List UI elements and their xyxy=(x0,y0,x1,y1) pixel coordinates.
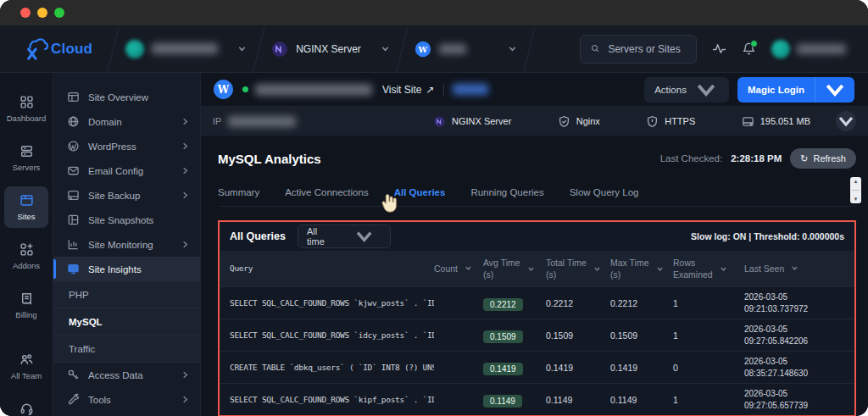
ip-value-blurred xyxy=(228,116,296,127)
tab-summary[interactable]: Summary xyxy=(218,187,259,197)
sidebar-item-addons[interactable]: Addons xyxy=(4,236,48,277)
rows-examined-value: 1 xyxy=(673,298,744,308)
menu-item-access-data[interactable]: Access Data xyxy=(53,363,200,387)
menu-item-wordpress[interactable]: WordPress xyxy=(53,134,200,158)
sort-chevron-icon[interactable] xyxy=(593,265,601,273)
search-input[interactable] xyxy=(606,42,686,56)
bell-icon[interactable] xyxy=(742,42,756,56)
magic-login-button[interactable]: Magic Login xyxy=(737,77,854,103)
tools-icon xyxy=(67,393,80,406)
column-label: Count xyxy=(434,263,458,275)
magic-login-chevron[interactable] xyxy=(815,77,854,103)
max-time-value: 0.1149 xyxy=(610,395,673,405)
xcloud-logo[interactable]: Cloud xyxy=(0,38,113,60)
refresh-label: Refresh xyxy=(813,153,846,164)
chevron-down-icon xyxy=(381,44,390,53)
info-item-nginx: Nginx xyxy=(558,115,600,128)
sidebar-item-all-team[interactable]: All Team xyxy=(4,346,48,387)
sort-chevron-icon[interactable] xyxy=(465,264,472,272)
chevron-right-icon xyxy=(181,370,190,380)
total-time-value: 0.1509 xyxy=(546,330,610,341)
column-header-count[interactable]: Count xyxy=(434,263,483,275)
ip-label: IP xyxy=(213,116,221,126)
activity-icon[interactable] xyxy=(712,42,726,56)
column-header-total-time[interactable]: Total Time (s) xyxy=(546,257,610,280)
wordpress-icon: W xyxy=(415,41,431,58)
visit-site-link[interactable]: Visit Site ↗ xyxy=(382,84,435,96)
actions-button[interactable]: Actions xyxy=(644,77,729,103)
info-item-label: 195.051 MB xyxy=(760,116,810,126)
menu-item-traffic[interactable]: Traffic xyxy=(53,336,200,363)
shield-icon xyxy=(646,115,659,128)
site-online-dot xyxy=(242,86,248,92)
query-table-row[interactable]: SELECT SQL_CALC_FOUND_ROWS `kjwv_posts` … xyxy=(220,286,854,319)
menu-item-label: MySQL xyxy=(69,317,103,327)
column-header-rows[interactable]: Rows Examined xyxy=(673,257,744,280)
query-table-row[interactable]: SELECT SQL_CALC_FOUND_ROWS `idcy_posts` … xyxy=(220,319,854,351)
tab-all-queries[interactable]: All Queries xyxy=(394,187,446,197)
zoom-window-button[interactable] xyxy=(54,8,64,18)
query-table-row[interactable]: SELECT SQL_CALC_FOUND_ROWS `kipf_posts` … xyxy=(220,383,854,415)
actions-label: Actions xyxy=(654,85,687,95)
user-menu[interactable] xyxy=(771,40,846,58)
refresh-button[interactable]: ↻ Refresh xyxy=(790,148,856,169)
chevron-down-icon xyxy=(237,44,247,53)
column-header-avg-time[interactable]: Avg Time (s) xyxy=(483,257,546,280)
info-item-label: HTTPS xyxy=(665,116,695,126)
analytics-tabs: SummaryActive ConnectionsAll QueriesRunn… xyxy=(218,187,856,207)
sidebar-item-support[interactable]: Support xyxy=(4,395,48,416)
menu-item-email-config[interactable]: Email Config xyxy=(53,158,200,183)
workspace-selector[interactable] xyxy=(114,25,259,72)
sort-chevron-icon[interactable] xyxy=(527,265,535,273)
info-item-nginx-server: NGINX Server xyxy=(433,115,511,128)
query-table-row[interactable]: CREATE TABLE `dbkq_users` ( `ID` INT8 (?… xyxy=(220,351,854,383)
collapse-info-button[interactable] xyxy=(836,111,856,131)
max-time-value: 0.2212 xyxy=(610,298,673,308)
sidebar-item-billing[interactable]: Billing xyxy=(4,285,48,326)
last-checked-time: 2:28:18 PM xyxy=(731,153,782,164)
column-header-last-seen[interactable]: Last Seen xyxy=(744,263,844,275)
tab-active-connections[interactable]: Active Connections xyxy=(285,187,368,197)
wordpress-gray-icon xyxy=(67,140,80,153)
key-icon xyxy=(67,369,80,381)
app-window: Cloud NGINX Server W xyxy=(0,0,868,416)
menu-item-site-snapshots[interactable]: Site Snapshots xyxy=(53,208,200,232)
menu-item-label: Site Backup xyxy=(88,191,140,201)
tab-slow-query-log[interactable]: Slow Query Log xyxy=(570,187,639,197)
site-selector[interactable]: W xyxy=(403,25,529,72)
chevron-right-icon xyxy=(181,240,190,249)
menu-item-site-overview[interactable]: Site Overview xyxy=(53,85,200,109)
menu-item-mysql[interactable]: MySQL xyxy=(53,308,200,336)
server-selector[interactable]: NGINX Server xyxy=(259,25,402,72)
menu-item-domain[interactable]: Domain xyxy=(53,109,200,134)
info-item-195-051-mb: 195.051 MB xyxy=(742,115,810,128)
sort-chevron-icon[interactable] xyxy=(656,265,664,273)
query-text: CREATE TABLE `dbkq_users` ( `ID` INT8 (?… xyxy=(230,363,434,372)
sidebar-item-dashboard[interactable]: Dashboard xyxy=(4,88,48,130)
page-title: MySQL Analytics xyxy=(218,152,321,166)
scroll-up-icon[interactable]: ▲ xyxy=(854,179,859,184)
info-item-https: HTTPS xyxy=(646,115,695,128)
close-window-button[interactable] xyxy=(20,8,31,18)
menu-item-label: WordPress xyxy=(88,141,136,152)
snapshots-icon xyxy=(67,214,80,226)
sidebar-item-servers[interactable]: Servers xyxy=(4,137,48,179)
sort-chevron-icon[interactable] xyxy=(720,265,727,273)
tab-running-queries[interactable]: Running Queries xyxy=(470,187,543,197)
globe-icon xyxy=(67,115,80,128)
sort-chevron-icon[interactable] xyxy=(791,264,798,272)
menu-item-site-insights[interactable]: Site Insights xyxy=(53,257,200,281)
rows-examined-value: 0 xyxy=(673,363,744,373)
time-filter-dropdown[interactable]: All time xyxy=(298,225,391,248)
menu-item-site-backup[interactable]: Site Backup xyxy=(53,183,200,208)
menu-item-php[interactable]: PHP xyxy=(53,281,200,308)
notification-dot xyxy=(750,40,758,47)
tab-scroll-spinner[interactable]: ▲ ▼ xyxy=(850,177,861,203)
minimize-window-button[interactable] xyxy=(37,8,47,18)
global-search[interactable] xyxy=(580,35,697,64)
scroll-down-icon[interactable]: ▼ xyxy=(854,197,859,202)
menu-item-tools[interactable]: Tools xyxy=(53,387,200,412)
column-header-max-time[interactable]: Max Time (s) xyxy=(610,257,673,280)
menu-item-site-monitoring[interactable]: Site Monitoring xyxy=(53,232,200,257)
sidebar-item-sites[interactable]: Sites xyxy=(4,186,48,228)
